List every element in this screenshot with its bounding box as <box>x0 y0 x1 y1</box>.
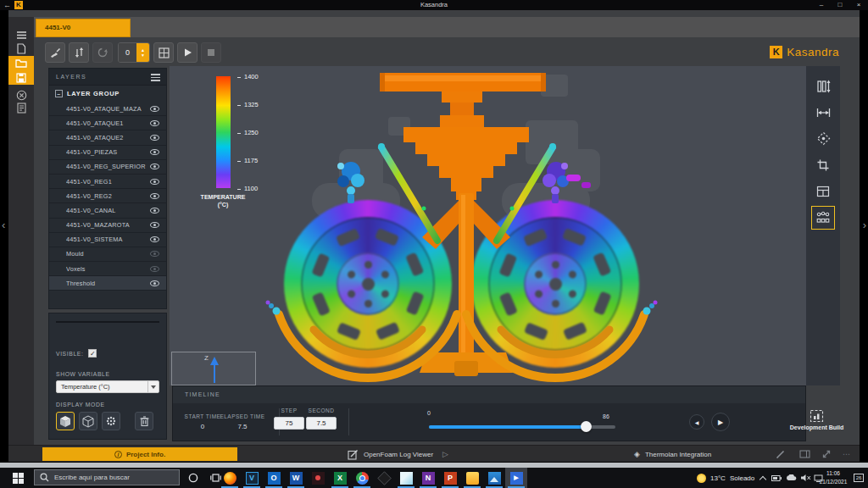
close-button[interactable]: × <box>849 0 868 10</box>
visibility-eye-icon[interactable] <box>150 236 159 242</box>
chrome-icon[interactable] <box>351 468 373 488</box>
panel-toggle-icon[interactable] <box>799 446 810 463</box>
display-voxels-button[interactable] <box>102 412 120 430</box>
edit-pencil-icon[interactable] <box>776 446 786 463</box>
layer-row[interactable]: 4451-V0_CANAL <box>49 203 166 218</box>
taskbar-search[interactable] <box>34 469 180 485</box>
cortana-icon[interactable] <box>183 468 203 488</box>
fit-height-button[interactable] <box>806 73 840 99</box>
layer-row-selected[interactable]: Threshold <box>49 276 166 291</box>
inkscape-icon[interactable] <box>373 468 395 488</box>
sort-arrows-button[interactable] <box>69 42 89 63</box>
carousel-right-icon[interactable]: › <box>863 219 866 231</box>
node-graph-button-selected[interactable] <box>806 204 840 230</box>
expand-icon[interactable] <box>821 446 832 463</box>
visibility-eye-icon[interactable] <box>150 280 159 286</box>
visibility-eye-icon[interactable] <box>150 135 159 141</box>
display-solid-button[interactable] <box>56 412 75 430</box>
delete-trash-button[interactable] <box>135 412 153 430</box>
tab-project[interactable]: 4451-V0 <box>36 19 131 37</box>
restore-button[interactable]: □ <box>831 0 849 10</box>
second-input[interactable] <box>306 417 337 430</box>
video-player-icon[interactable]: ▶ <box>505 468 527 488</box>
layer-row[interactable]: 4451-V0_REG2 <box>49 189 166 203</box>
visibility-eye-icon[interactable] <box>150 266 159 272</box>
tray-expand-icon[interactable] <box>757 468 769 488</box>
openfoam-log-button[interactable]: OpenFoam Log Viewer <box>348 446 433 463</box>
visibility-eye-icon[interactable] <box>150 251 159 257</box>
volume-muted-icon[interactable] <box>798 468 812 488</box>
search-input[interactable] <box>54 474 164 481</box>
more-options-icon[interactable]: ⋯ <box>843 446 850 463</box>
paint3d-icon[interactable] <box>395 468 417 488</box>
table-view-button[interactable] <box>806 178 840 204</box>
play-simulation-button[interactable] <box>177 42 198 63</box>
layer-row[interactable]: 4451-V0_ATAQUE_MAZA <box>49 102 166 116</box>
timeline-slider-thumb[interactable] <box>581 421 592 432</box>
layer-group-row[interactable]: – LAYER GROUP <box>49 86 166 102</box>
visibility-eye-icon[interactable] <box>150 179 159 185</box>
layer-row[interactable]: 4451-V0_SISTEMA <box>49 233 166 247</box>
word-icon[interactable]: W <box>285 468 307 488</box>
layer-row[interactable]: 4451-V0_REG_SUPERIOR <box>49 160 166 175</box>
layer-row[interactable]: 4451-V0_ATAQUE2 <box>49 130 166 145</box>
rewind-button[interactable]: ◀ <box>689 414 704 430</box>
minimize-button[interactable]: – <box>812 0 831 10</box>
pan-move-button[interactable] <box>806 125 840 152</box>
layer-row[interactable]: Voxels <box>49 262 166 276</box>
viewport-3d[interactable]: 1400 1325 1250 1175 1100 TEMPERATURE(°C)… <box>170 66 806 385</box>
step-input[interactable] <box>274 417 304 430</box>
crop-button[interactable] <box>806 152 840 178</box>
thermolan-integration-button[interactable]: ◈ Thermolan Integration <box>634 446 711 463</box>
log-script-icon[interactable] <box>11 101 31 115</box>
grid-view-button[interactable] <box>153 42 174 63</box>
notification-center-icon[interactable]: 26 <box>851 468 866 488</box>
firefox-icon[interactable] <box>219 468 241 488</box>
outlook-icon[interactable]: O <box>263 468 285 488</box>
play-button[interactable]: ▶ <box>711 413 730 431</box>
new-document-icon[interactable] <box>11 42 31 56</box>
battery-icon[interactable] <box>770 468 783 488</box>
refresh-button[interactable] <box>92 42 113 63</box>
layer-row[interactable]: 4451-V0_ATAQUE1 <box>49 116 166 130</box>
visibility-eye-icon[interactable] <box>150 208 159 214</box>
iteration-spinner[interactable]: 0 ▲▼ <box>118 42 150 63</box>
visibility-eye-icon[interactable] <box>150 193 159 199</box>
layers-menu-icon[interactable] <box>151 74 160 83</box>
save-icon[interactable] <box>8 70 34 85</box>
fit-width-button[interactable] <box>806 99 840 125</box>
visibility-eye-icon[interactable] <box>150 149 159 155</box>
taskbar-clock[interactable]: 11:06 21/12/2021 <box>815 469 851 486</box>
onedrive-cloud-icon[interactable] <box>784 468 798 488</box>
file-explorer-icon[interactable] <box>461 468 483 488</box>
layer-row[interactable]: Mould <box>49 247 166 262</box>
start-button[interactable] <box>7 468 29 488</box>
layer-row[interactable]: 4451-V0_PIEZAS <box>49 146 166 160</box>
photos-icon[interactable] <box>483 468 505 488</box>
camera-app-icon[interactable] <box>307 468 329 488</box>
open-folder-icon[interactable] <box>8 56 34 70</box>
display-wireframe-button[interactable] <box>79 412 97 430</box>
visible-checkbox[interactable]: ✓ <box>88 349 97 358</box>
visibility-eye-icon[interactable] <box>150 222 159 228</box>
paint-brush-button[interactable] <box>45 42 65 63</box>
powerpoint-icon[interactable]: P <box>439 468 461 488</box>
spinner-arrows-icon[interactable]: ▲▼ <box>136 43 149 62</box>
weather-widget[interactable]: 13°C Soleado <box>697 468 754 488</box>
collapse-group-icon[interactable]: – <box>55 90 63 97</box>
excel-icon[interactable]: X <box>329 468 351 488</box>
stop-simulation-button[interactable] <box>201 42 221 63</box>
layer-row[interactable]: 4451-V0_MAZAROTA <box>49 219 166 233</box>
carousel-left-icon[interactable]: ‹ <box>2 219 5 231</box>
project-info-button[interactable]: i Project Info. <box>42 447 237 461</box>
chevron-down-icon[interactable] <box>147 381 159 392</box>
menu-icon[interactable] <box>11 28 31 42</box>
v-app-icon[interactable]: V <box>241 468 263 488</box>
layer-row[interactable]: 4451-V0_REG1 <box>49 175 166 189</box>
visibility-eye-icon[interactable] <box>150 164 159 169</box>
visibility-eye-icon[interactable] <box>150 106 159 112</box>
run-log-icon[interactable]: ▷ <box>442 446 448 463</box>
onenote-icon[interactable]: N <box>417 468 439 488</box>
variable-select[interactable]: Temperature (°C) <box>56 380 159 393</box>
visibility-eye-icon[interactable] <box>150 120 159 126</box>
